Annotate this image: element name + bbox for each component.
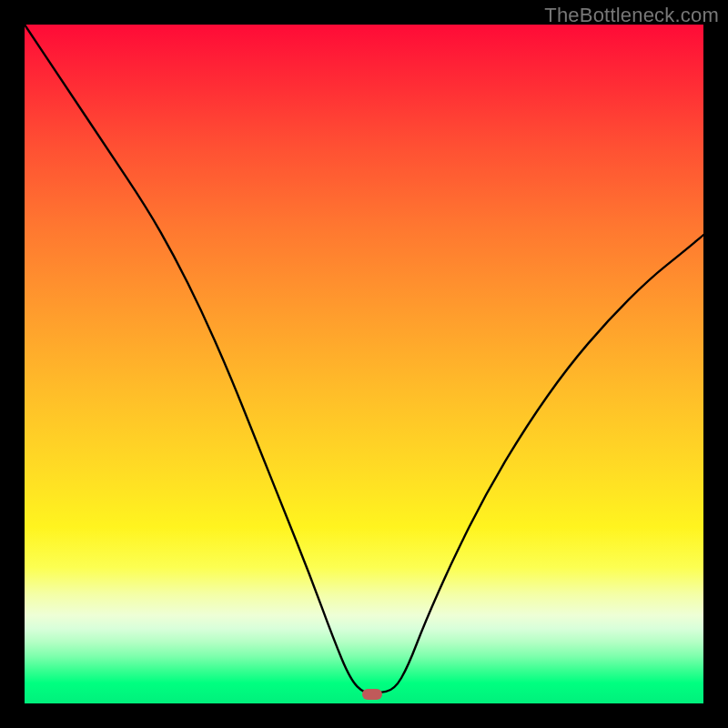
watermark-text: TheBottleneck.com bbox=[544, 4, 719, 27]
bottleneck-curve bbox=[25, 25, 703, 693]
plot-area bbox=[25, 25, 703, 703]
min-marker bbox=[362, 689, 382, 700]
curve-svg bbox=[25, 25, 703, 703]
